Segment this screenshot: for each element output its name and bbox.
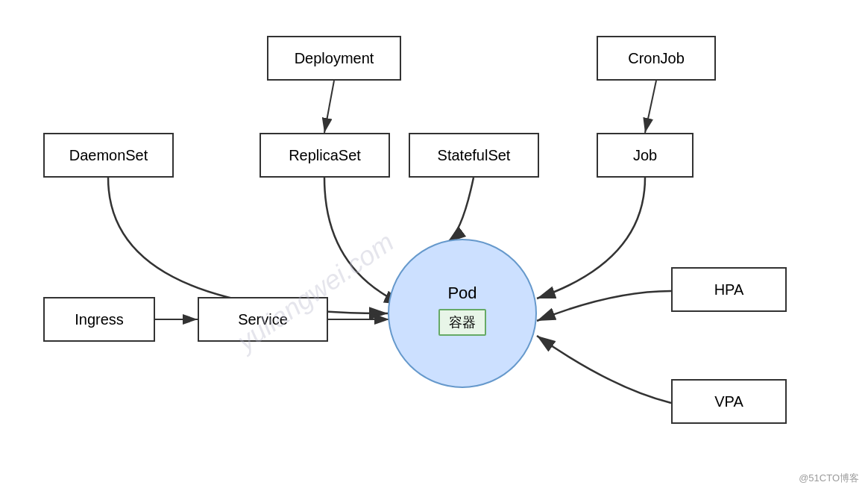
service-label: Service — [238, 311, 288, 328]
deployment-node: Deployment — [267, 36, 401, 81]
pod-label: Pod — [447, 284, 477, 303]
attribution: @51CTO博客 — [799, 472, 859, 485]
job-label: Job — [633, 147, 657, 164]
replicaset-node: ReplicaSet — [260, 133, 390, 178]
hpa-label: HPA — [714, 281, 744, 298]
svg-line-2 — [645, 81, 656, 133]
container-box: 容器 — [438, 309, 486, 336]
service-node: Service — [198, 297, 328, 342]
daemonset-label: DaemonSet — [69, 147, 148, 164]
statefulset-label: StatefulSet — [438, 147, 511, 164]
cronjob-node: CronJob — [597, 36, 716, 81]
deployment-label: Deployment — [295, 50, 374, 67]
vpa-node: VPA — [671, 379, 787, 424]
cronjob-label: CronJob — [628, 50, 685, 67]
svg-line-1 — [324, 81, 334, 133]
vpa-label: VPA — [714, 393, 743, 410]
diagram-container: Deployment CronJob DaemonSet ReplicaSet … — [0, 0, 868, 491]
replicaset-label: ReplicaSet — [289, 147, 361, 164]
pod-node: Pod 容器 — [388, 239, 537, 388]
container-label: 容器 — [449, 315, 476, 330]
ingress-label: Ingress — [75, 311, 124, 328]
daemonset-node: DaemonSet — [43, 133, 174, 178]
statefulset-node: StatefulSet — [409, 133, 539, 178]
job-node: Job — [597, 133, 694, 178]
hpa-node: HPA — [671, 267, 787, 312]
ingress-node: Ingress — [43, 297, 155, 342]
